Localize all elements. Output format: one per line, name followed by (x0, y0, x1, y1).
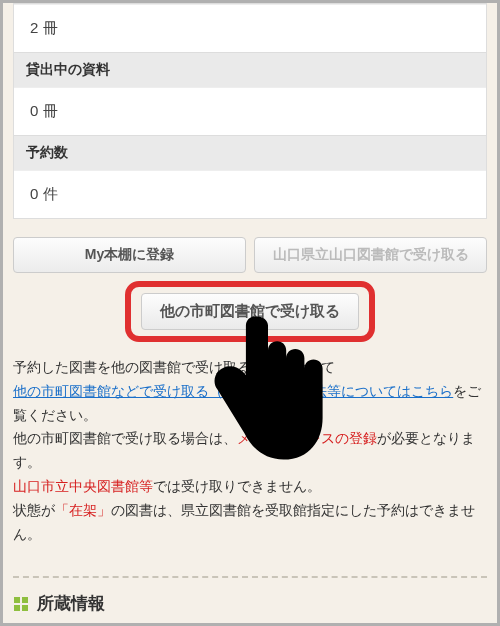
receive-other-library-button[interactable]: 他の市町図書館で受け取る (141, 293, 359, 330)
instruction-line-5: 状態が「在架」の図書は、県立図書館を受取館指定にした予約はできません。 (13, 499, 487, 547)
receive-prefectural-button[interactable]: 山口県立山口図書館で受け取る (254, 237, 487, 273)
center-button-row: 他の市町図書館で受け取る (13, 281, 487, 342)
yamaguchi-library-text: 山口市立中央図書館等 (13, 478, 153, 494)
instruction-line-4: 山口市立中央図書館等では受け取りできません。 (13, 475, 487, 499)
button-row: My本棚に登録 山口県立山口図書館で受け取る (13, 237, 487, 273)
line3-prefix: 他の市町図書館で受け取る場合は、 (13, 430, 237, 446)
on-shelf-text: 「在架」 (55, 502, 111, 518)
my-shelf-button[interactable]: My本棚に登録 (13, 237, 246, 273)
email-register-text: メールアドレスの登録 (237, 430, 377, 446)
highlight-frame: 他の市町図書館で受け取る (125, 281, 375, 342)
instruction-line-1: 予約した図書を他の図書館で受け取る方法について (13, 356, 487, 380)
on-loan-value: 0 冊 (14, 87, 486, 135)
enet-link[interactable]: 他の市町図書館などで受け取る（e-Net貸出）方法等についてはこちら (13, 383, 453, 399)
grid-icon (13, 596, 29, 612)
line5-prefix: 状態が (13, 502, 55, 518)
holdings-title: 所蔵情報 (37, 592, 105, 615)
on-loan-label: 貸出中の資料 (14, 52, 486, 87)
info-table: 2 冊 貸出中の資料 0 冊 予約数 0 件 (13, 3, 487, 219)
reservations-value: 0 件 (14, 170, 486, 218)
reservations-label: 予約数 (14, 135, 486, 170)
holdings-section-header: 所蔵情報 (13, 576, 487, 615)
instruction-text: 予約した図書を他の図書館で受け取る方法について 他の市町図書館などで受け取る（e… (13, 356, 487, 546)
instruction-line-3: 他の市町図書館で受け取る場合は、メールアドレスの登録が必要となります。 (13, 427, 487, 475)
line4-suffix: では受け取りできません。 (153, 478, 321, 494)
copies-value: 2 冊 (14, 4, 486, 52)
